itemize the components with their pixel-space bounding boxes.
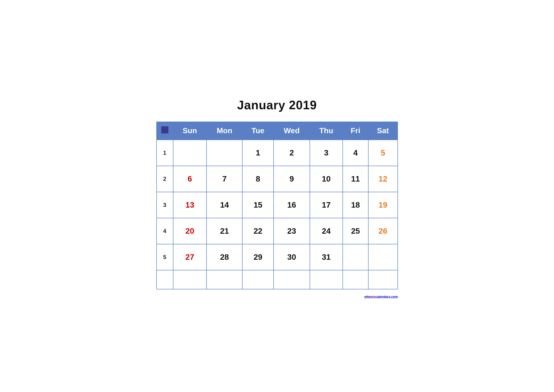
header-fri: Fri xyxy=(343,122,368,140)
day-cell[interactable]: 4 xyxy=(343,140,368,166)
watermark-text-after: calendars.com xyxy=(375,295,398,298)
day-cell[interactable]: 21 xyxy=(207,218,242,244)
watermark-text-highlight: is xyxy=(373,295,375,298)
day-cell[interactable]: 1 xyxy=(242,140,274,166)
day-cell[interactable]: 27 xyxy=(173,244,207,270)
extra-row xyxy=(157,270,398,289)
week-row-5: 52728293031 xyxy=(157,244,398,270)
day-cell[interactable]: 31 xyxy=(310,244,343,270)
week-num-cell-3: 3 xyxy=(157,192,173,218)
header-thu: Thu xyxy=(310,122,343,140)
header-wed: Wed xyxy=(274,122,310,140)
day-cell[interactable]: 24 xyxy=(310,218,343,244)
week-row-2: 26789101112 xyxy=(157,166,398,192)
day-cell[interactable]: 26 xyxy=(368,218,398,244)
day-cell[interactable]: 28 xyxy=(207,244,242,270)
day-cell[interactable]: 17 xyxy=(310,192,343,218)
day-cell[interactable]: 10 xyxy=(310,166,343,192)
header-sun: Sun xyxy=(173,122,207,140)
day-cell[interactable] xyxy=(368,244,398,270)
watermark-text-before: when xyxy=(364,295,373,298)
watermark: wheniscalendars.com xyxy=(364,295,398,298)
day-cell[interactable]: 19 xyxy=(368,192,398,218)
day-cell[interactable]: 30 xyxy=(274,244,310,270)
day-cell[interactable]: 12 xyxy=(368,166,398,192)
calendar-table: Sun Mon Tue Wed Thu Fri Sat 112345267891… xyxy=(156,122,398,289)
day-cell[interactable]: 29 xyxy=(242,244,274,270)
week-num-icon xyxy=(161,126,168,133)
day-cell[interactable] xyxy=(343,244,368,270)
day-cell[interactable] xyxy=(173,140,207,166)
extra-cell xyxy=(157,270,173,289)
day-cell[interactable]: 14 xyxy=(207,192,242,218)
header-row: Sun Mon Tue Wed Thu Fri Sat xyxy=(157,122,398,140)
extra-cell xyxy=(310,270,343,289)
extra-cell xyxy=(274,270,310,289)
week-num-cell-2: 2 xyxy=(157,166,173,192)
extra-cell xyxy=(368,270,398,289)
extra-cell xyxy=(242,270,274,289)
calendar-container: January 2019 Sun Mon Tue Wed Thu Fri Sat… xyxy=(147,91,407,301)
day-cell[interactable]: 25 xyxy=(343,218,368,244)
extra-cell xyxy=(173,270,207,289)
day-cell[interactable]: 15 xyxy=(242,192,274,218)
day-cell[interactable] xyxy=(207,140,242,166)
day-cell[interactable]: 7 xyxy=(207,166,242,192)
calendar-body: 1123452678910111231314151617181942021222… xyxy=(157,140,398,289)
week-row-4: 420212223242526 xyxy=(157,218,398,244)
week-row-3: 313141516171819 xyxy=(157,192,398,218)
day-cell[interactable]: 20 xyxy=(173,218,207,244)
day-cell[interactable]: 8 xyxy=(242,166,274,192)
day-cell[interactable]: 6 xyxy=(173,166,207,192)
header-mon: Mon xyxy=(207,122,242,140)
day-cell[interactable]: 18 xyxy=(343,192,368,218)
day-cell[interactable]: 5 xyxy=(368,140,398,166)
week-row-1: 112345 xyxy=(157,140,398,166)
extra-cell xyxy=(207,270,242,289)
day-cell[interactable]: 13 xyxy=(173,192,207,218)
week-num-cell-5: 5 xyxy=(157,244,173,270)
day-cell[interactable]: 3 xyxy=(310,140,343,166)
day-cell[interactable]: 22 xyxy=(242,218,274,244)
day-cell[interactable]: 23 xyxy=(274,218,310,244)
week-num-header xyxy=(157,122,173,140)
header-tue: Tue xyxy=(242,122,274,140)
week-num-cell-1: 1 xyxy=(157,140,173,166)
week-num-cell-4: 4 xyxy=(157,218,173,244)
calendar-title: January 2019 xyxy=(156,98,398,112)
day-cell[interactable]: 9 xyxy=(274,166,310,192)
day-cell[interactable]: 11 xyxy=(343,166,368,192)
extra-cell xyxy=(343,270,368,289)
header-sat: Sat xyxy=(368,122,398,140)
day-cell[interactable]: 2 xyxy=(274,140,310,166)
day-cell[interactable]: 16 xyxy=(274,192,310,218)
watermark-link[interactable]: wheniscalendars.com xyxy=(364,295,398,298)
